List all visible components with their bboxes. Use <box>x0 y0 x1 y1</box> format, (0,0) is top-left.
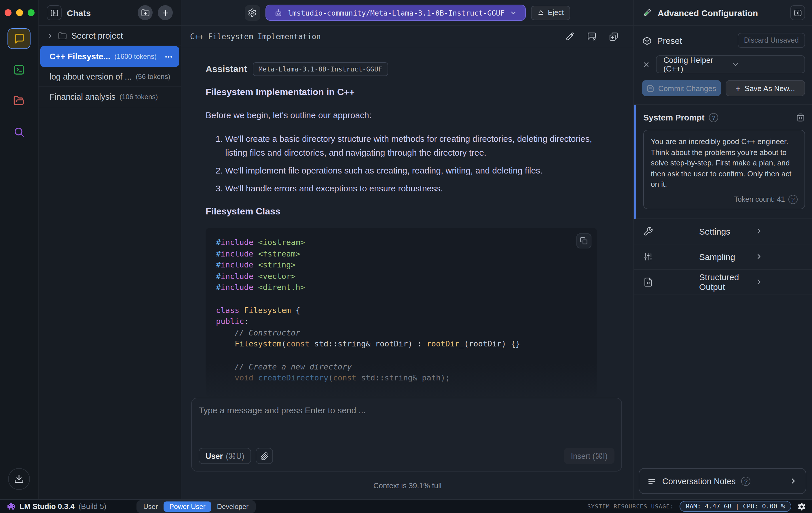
delete-system-prompt-button[interactable] <box>796 113 805 122</box>
nav-chat-tab[interactable] <box>7 28 31 49</box>
send-role-button[interactable]: User (⌘U) <box>199 448 251 464</box>
new-folder-button[interactable] <box>138 5 153 20</box>
role-shortcut: (⌘U) <box>226 451 244 461</box>
attach-file-button[interactable] <box>256 448 273 464</box>
window-controls <box>0 9 34 16</box>
app-version: LM Studio 0.3.4 <box>20 502 75 511</box>
collapse-panel-button[interactable] <box>790 5 805 20</box>
folder-open-icon <box>13 95 25 107</box>
app-build: (Build 5) <box>79 502 107 511</box>
sliders-icon <box>643 251 692 262</box>
nav-discover-tab[interactable] <box>7 122 31 142</box>
section-label: Structured Output <box>699 272 748 292</box>
code-line: #include <fstream> <box>216 248 587 260</box>
trash-icon <box>796 113 805 122</box>
model-settings-button[interactable] <box>245 5 260 21</box>
download-icon <box>14 474 24 484</box>
folder-icon <box>58 31 67 40</box>
code-line <box>216 293 587 305</box>
duplicate-plus-icon <box>609 31 618 41</box>
code-line: #include <dirent.h> <box>216 282 587 293</box>
loaded-model-selector[interactable]: lmstudio-community/Meta-Llama-3.1-8B-Ins… <box>265 5 526 21</box>
nav-my-models-tab[interactable] <box>7 90 31 111</box>
file-code-icon <box>643 277 692 287</box>
commit-changes-button[interactable]: Commit Changes <box>642 80 721 96</box>
system-prompt-editor[interactable]: You are an incredibly good C++ engineer.… <box>643 130 805 209</box>
chat-item-title: log about version of ... <box>50 72 132 81</box>
chevron-right-icon <box>755 227 804 235</box>
insert-message-button[interactable]: Insert (⌘I) <box>564 448 614 464</box>
chevron-right-icon <box>789 477 798 485</box>
downloads-button[interactable] <box>8 468 30 490</box>
message-model-badge: Meta-Llama-3.1-8B-Instruct-GGUF <box>253 62 388 76</box>
mode-power-user[interactable]: Power User <box>164 501 211 512</box>
advanced-configuration-panel: Advanced Configuration Preset Discard Un <box>634 0 812 499</box>
message-list-item: We'll create a basic directory structure… <box>225 132 597 160</box>
gear-icon <box>248 8 257 17</box>
chat-item-tokens: (1600 tokens) <box>114 52 157 60</box>
lm-studio-logo-icon <box>7 503 16 510</box>
close-window-button[interactable] <box>5 9 11 16</box>
eject-label: Eject <box>548 9 564 17</box>
copy-code-button[interactable] <box>577 234 591 248</box>
nav-rail <box>0 0 38 499</box>
chat-list-item[interactable]: log about version of ... (56 tokens) <box>38 67 181 87</box>
message-list-item: We'll handle errors and exceptions to en… <box>225 182 597 195</box>
save-as-new-label: Save As New... <box>745 84 795 92</box>
code-line: #include <string> <box>216 260 587 271</box>
chat-list-item[interactable]: Financial analysis (106 tokens) <box>38 87 181 107</box>
code-content: #include <iostream>#include <fstream>#in… <box>216 237 587 384</box>
chat-item-title: C++ Filesyste... <box>50 52 110 61</box>
clear-preset-button[interactable] <box>642 60 650 68</box>
plus-icon: + <box>735 83 741 93</box>
help-icon[interactable]: ? <box>788 194 798 204</box>
duplicate-chat-button[interactable] <box>608 30 620 43</box>
message-input-container: User (⌘U) Insert (⌘I) <box>191 398 622 471</box>
loaded-model-name: lmstudio-community/Meta-Llama-3.1-8B-Ins… <box>288 8 505 17</box>
wrench-icon <box>643 226 692 236</box>
settings-gear-icon[interactable] <box>797 502 806 511</box>
help-icon[interactable]: ? <box>709 113 718 122</box>
chat-folder-secret-project[interactable]: Secret project <box>38 26 181 46</box>
mode-developer[interactable]: Developer <box>211 501 254 512</box>
message-list: We'll create a basic directory structure… <box>206 132 597 195</box>
test-tube-icon <box>642 8 652 18</box>
collapse-sidebar-button[interactable] <box>47 5 62 20</box>
message-input[interactable] <box>199 405 614 448</box>
chats-sidebar: Chats <box>38 0 181 499</box>
settings-section-row[interactable]: Settings <box>634 219 812 244</box>
chevron-down-icon <box>510 9 517 17</box>
mode-user[interactable]: User <box>138 501 164 512</box>
code-line: Filesystem(const std::string& rootDir) :… <box>216 339 587 350</box>
structured-output-section-row[interactable]: Structured Output <box>634 269 812 295</box>
resources-usage-label: SYSTEM RESOURCES USAGE: <box>587 503 674 510</box>
eject-model-button[interactable]: Eject <box>531 5 571 20</box>
resources-usage-value: RAM: 4.47 GB | CPU: 0.00 % <box>679 501 791 512</box>
paperclip-icon <box>260 452 269 460</box>
code-block: #include <iostream>#include <fstream>#in… <box>206 228 597 396</box>
notes-label: Conversation Notes <box>662 477 736 486</box>
clear-conversation-button[interactable] <box>586 30 598 43</box>
minimize-window-button[interactable] <box>16 9 23 16</box>
sampling-section-row[interactable]: Sampling <box>634 244 812 269</box>
section-label: Settings <box>699 226 748 236</box>
discard-unsaved-button[interactable]: Discard Unsaved <box>738 33 805 48</box>
zoom-window-button[interactable] <box>28 9 34 16</box>
chat-item-menu-button[interactable]: ••• <box>165 53 173 60</box>
chat-item-tokens: (106 tokens) <box>119 93 158 101</box>
chat-list-item[interactable]: C++ Filesyste... (1600 tokens) ••• <box>40 46 179 67</box>
code-line: class Filesystem { <box>216 305 587 316</box>
status-bar: LM Studio 0.3.4 (Build 5) User Power Use… <box>0 499 812 513</box>
message-heading: Filesystem Implementation in C++ <box>206 87 597 98</box>
conversation-notes-button[interactable]: Conversation Notes ? <box>639 468 806 494</box>
nav-developer-tab[interactable] <box>7 59 31 80</box>
code-line: #include <vector> <box>216 271 587 282</box>
save-as-new-button[interactable]: + Save As New... <box>725 80 805 96</box>
preset-dropdown[interactable]: Coding Helper (C++) <box>656 55 805 73</box>
help-icon[interactable]: ? <box>742 477 751 486</box>
chevron-right-icon <box>755 252 804 261</box>
user-mode-switcher: User Power User Developer <box>137 500 255 513</box>
clean-chat-button[interactable] <box>564 30 576 43</box>
chat-bubble-icon <box>13 33 25 45</box>
new-chat-button[interactable] <box>158 5 173 20</box>
